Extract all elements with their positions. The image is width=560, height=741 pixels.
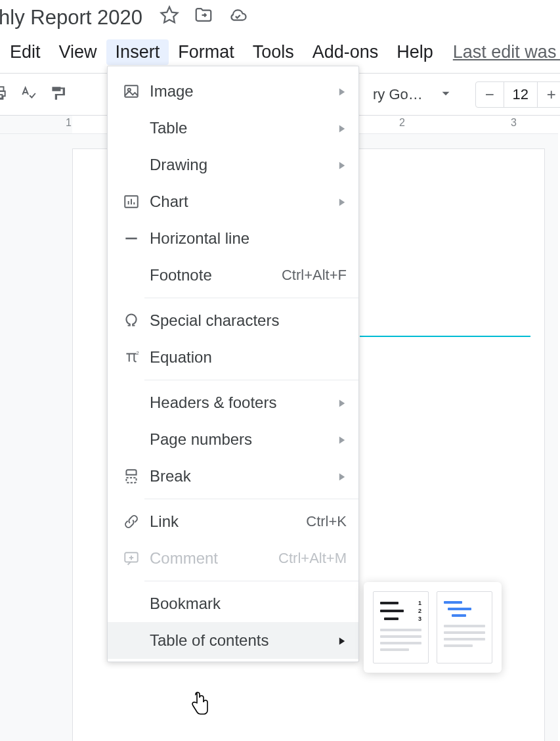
svg-marker-13 — [339, 399, 345, 407]
font-size-stepper[interactable]: − 12 + — [475, 81, 560, 108]
title-bar: onthly Report 2020 — [0, 0, 560, 34]
submenu-arrow-icon — [337, 430, 347, 449]
submenu-arrow-icon — [337, 192, 347, 211]
menu-item-comment: CommentCtrl+Alt+M — [108, 540, 358, 577]
submenu-arrow-icon — [337, 393, 347, 412]
svg-marker-0 — [161, 7, 177, 23]
menu-item-label: Table of contents — [150, 631, 337, 650]
menu-item-table[interactable]: Table — [108, 110, 358, 146]
svg-marker-10 — [339, 198, 345, 206]
font-size-value[interactable]: 12 — [504, 82, 538, 107]
font-family-selector[interactable]: ry Go… — [373, 86, 423, 103]
paint-format-icon[interactable] — [49, 85, 66, 104]
svg-text:2: 2 — [137, 350, 139, 356]
menu-help[interactable]: Help — [387, 39, 442, 65]
table-of-contents-submenu: 1 2 3 — [364, 582, 502, 673]
menu-item-shortcut: Ctrl+Alt+M — [278, 550, 347, 567]
menu-item-label: Chart — [150, 192, 337, 211]
hr-icon — [121, 230, 142, 247]
svg-marker-19 — [339, 637, 345, 644]
menu-item-horizontal-line[interactable]: Horizontal line — [108, 220, 358, 257]
menu-item-label: Footnote — [150, 266, 282, 284]
svg-marker-6 — [339, 88, 345, 95]
insert-menu-dropdown: ImageTableDrawingChartHorizontal lineFoo… — [107, 66, 359, 662]
break-icon — [121, 468, 142, 485]
menu-item-bookmark[interactable]: Bookmark — [108, 585, 358, 622]
heading-underline — [360, 336, 530, 337]
submenu-arrow-icon — [337, 631, 347, 650]
menu-item-shortcut: Ctrl+K — [306, 513, 347, 530]
menu-edit[interactable]: Edit — [1, 39, 50, 65]
svg-rect-1 — [0, 87, 4, 91]
image-icon — [121, 83, 142, 100]
submenu-arrow-icon — [337, 467, 347, 485]
cloud-status-icon[interactable] — [228, 5, 248, 30]
menu-format[interactable]: Format — [169, 39, 244, 65]
menu-item-drawing[interactable]: Drawing — [108, 146, 358, 183]
toc-option-links[interactable] — [437, 591, 492, 663]
menu-item-label: Table — [150, 119, 337, 137]
menu-insert[interactable]: Insert — [106, 39, 169, 65]
menu-item-special-characters[interactable]: Special characters — [108, 302, 358, 339]
menu-item-label: Headers & footers — [150, 393, 337, 412]
submenu-arrow-icon — [337, 82, 347, 101]
menu-item-label: Image — [150, 82, 337, 101]
decrease-font-button[interactable]: − — [476, 85, 504, 104]
menu-item-page-numbers[interactable]: Page numbers — [108, 421, 358, 458]
menu-view[interactable]: View — [50, 39, 106, 65]
spellcheck-icon[interactable] — [20, 85, 37, 104]
svg-marker-7 — [339, 125, 345, 132]
svg-marker-3 — [442, 91, 449, 95]
svg-marker-8 — [339, 162, 345, 169]
menu-item-footnote[interactable]: FootnoteCtrl+Alt+F — [108, 257, 358, 294]
menu-addons[interactable]: Add-ons — [303, 39, 388, 65]
menu-item-label: Horizontal line — [150, 229, 347, 248]
comment-icon — [121, 550, 142, 567]
menu-item-shortcut: Ctrl+Alt+F — [282, 267, 347, 284]
omega-icon — [121, 312, 142, 329]
toc-option-numbered[interactable]: 1 2 3 — [373, 591, 429, 663]
menu-item-label: Comment — [150, 549, 278, 568]
menu-item-image[interactable]: Image — [108, 73, 358, 110]
menu-item-label: Link — [150, 512, 306, 531]
pointer-cursor-icon — [188, 692, 210, 721]
pi-icon: 2 — [121, 349, 142, 366]
menu-item-headers-footers[interactable]: Headers & footers — [108, 384, 358, 421]
star-icon[interactable] — [160, 5, 179, 30]
svg-rect-4 — [125, 85, 138, 97]
document-title[interactable]: onthly Report 2020 — [0, 6, 142, 30]
svg-marker-15 — [339, 473, 345, 480]
submenu-arrow-icon — [337, 156, 347, 174]
menu-tools[interactable]: Tools — [244, 39, 303, 65]
menu-item-label: Page numbers — [150, 430, 337, 449]
print-icon[interactable] — [0, 85, 8, 104]
move-folder-icon[interactable] — [194, 5, 213, 30]
svg-marker-14 — [339, 436, 345, 443]
menu-item-label: Break — [150, 467, 337, 485]
menu-item-label: Special characters — [150, 311, 347, 330]
menu-item-table-of-contents[interactable]: Table of contents — [108, 622, 358, 659]
chevron-down-icon[interactable] — [437, 85, 454, 104]
menu-item-link[interactable]: LinkCtrl+K — [108, 503, 358, 540]
svg-rect-2 — [0, 95, 2, 98]
menu-item-label: Bookmark — [150, 595, 347, 613]
menu-item-equation[interactable]: 2Equation — [108, 339, 358, 376]
increase-font-button[interactable]: + — [538, 85, 560, 104]
chart-icon — [121, 193, 142, 210]
submenu-arrow-icon — [337, 119, 347, 137]
menu-item-chart[interactable]: Chart — [108, 183, 358, 220]
menu-item-label: Equation — [150, 348, 347, 367]
menu-item-label: Drawing — [150, 156, 337, 174]
menu-item-break[interactable]: Break — [108, 458, 358, 495]
last-edit-link[interactable]: Last edit was sec — [453, 42, 560, 62]
link-icon — [121, 513, 142, 530]
